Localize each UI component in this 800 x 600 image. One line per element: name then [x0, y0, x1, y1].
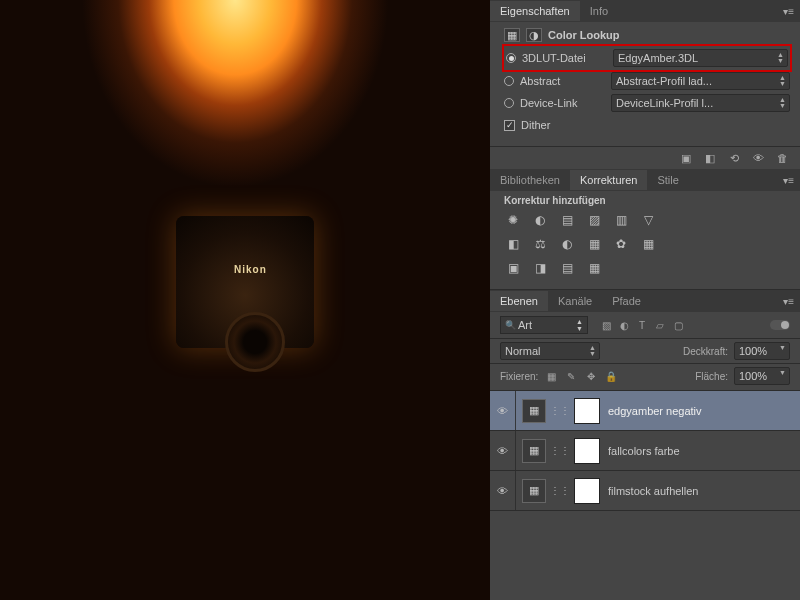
- adjustment-icon[interactable]: ◨: [531, 260, 549, 276]
- layer-filter-dropdown[interactable]: Art ▲▼: [500, 316, 588, 334]
- adjustment-icon[interactable]: ✿: [612, 236, 630, 252]
- chevron-updown-icon: ▲▼: [576, 318, 583, 332]
- adjustment-icon[interactable]: ▽: [639, 212, 657, 228]
- lock-label: Fixieren:: [500, 371, 538, 382]
- link-mask-icon[interactable]: ⋮⋮: [550, 405, 570, 416]
- chevron-down-icon: ▼: [779, 345, 786, 351]
- adjustment-icon[interactable]: ▤: [558, 260, 576, 276]
- layers-tabbar: Ebenen Kanäle Pfade ▾≡: [490, 290, 800, 312]
- visibility-toggle-icon[interactable]: 👁: [490, 391, 516, 430]
- layer-row[interactable]: 👁▦⋮⋮fallcolors farbe: [490, 431, 800, 471]
- tab-libraries[interactable]: Bibliotheken: [490, 170, 570, 190]
- layer-row[interactable]: 👁▦⋮⋮filmstock aufhellen: [490, 471, 800, 511]
- tab-info[interactable]: Info: [580, 1, 618, 21]
- adjustment-icon[interactable]: ▤: [558, 212, 576, 228]
- checkbox-dither[interactable]: [504, 120, 515, 131]
- reset-icon[interactable]: ⟲: [726, 151, 742, 165]
- mask-icon: ◑: [526, 28, 542, 42]
- adjustment-thumb-icon: ▦: [522, 479, 546, 503]
- filter-shape-icon[interactable]: ▱: [652, 320, 668, 331]
- dropdown-abstract-value: Abstract-Profil lad...: [616, 75, 712, 87]
- layer-name[interactable]: filmstock aufhellen: [608, 485, 699, 497]
- lock-all-icon[interactable]: 🔒: [604, 369, 618, 383]
- tab-paths[interactable]: Pfade: [602, 291, 651, 311]
- tab-properties[interactable]: Eigenschaften: [490, 1, 580, 21]
- layers-filter-row: Art ▲▼ ▧ ◐ T ▱ ▢: [490, 312, 800, 339]
- adjustment-icon[interactable]: ◧: [504, 236, 522, 252]
- adjustment-icon[interactable]: ▦: [585, 236, 603, 252]
- lock-position-icon[interactable]: ✥: [584, 369, 598, 383]
- filter-type-icon[interactable]: T: [634, 320, 650, 331]
- adjustment-icon[interactable]: ▦: [639, 236, 657, 252]
- layer-mask-thumb[interactable]: [574, 478, 600, 504]
- adjustment-icon[interactable]: ◐: [531, 212, 549, 228]
- blend-mode-dropdown[interactable]: Normal ▲▼: [500, 342, 600, 360]
- tab-layers[interactable]: Ebenen: [490, 291, 548, 311]
- trash-icon[interactable]: 🗑: [774, 151, 790, 165]
- image-canvas[interactable]: Nikon: [0, 0, 490, 600]
- opacity-label: Deckkraft:: [683, 346, 728, 357]
- properties-title: Color Lookup: [548, 29, 620, 41]
- tab-styles[interactable]: Stile: [647, 170, 688, 190]
- layer-filter-value: Art: [518, 319, 532, 331]
- dropdown-3dlut-file[interactable]: EdgyAmber.3DL ▲▼: [613, 49, 788, 67]
- visibility-toggle-icon[interactable]: 👁: [490, 431, 516, 470]
- lock-row: Fixieren: ▦ ✎ ✥ 🔒 Fläche: 100% ▼: [490, 364, 800, 391]
- layer-list: 👁▦⋮⋮edgyamber negativ👁▦⋮⋮fallcolors farb…: [490, 391, 800, 511]
- fill-input[interactable]: 100% ▼: [734, 367, 790, 385]
- chevron-updown-icon: ▲▼: [779, 75, 786, 87]
- visibility-toggle-icon[interactable]: 👁: [490, 471, 516, 510]
- adjustment-icon[interactable]: ▦: [585, 260, 603, 276]
- chevron-updown-icon: ▲▼: [779, 97, 786, 109]
- layer-name[interactable]: edgyamber negativ: [608, 405, 702, 417]
- opacity-input[interactable]: 100% ▼: [734, 342, 790, 360]
- adjustment-icon[interactable]: ▨: [585, 212, 603, 228]
- radio-devicelink[interactable]: [504, 98, 514, 108]
- dropdown-abstract[interactable]: Abstract-Profil lad... ▲▼: [611, 72, 790, 90]
- dropdown-devicelink[interactable]: DeviceLink-Profil l... ▲▼: [611, 94, 790, 112]
- filter-smart-icon[interactable]: ▢: [670, 320, 686, 331]
- dropdown-devicelink-value: DeviceLink-Profil l...: [616, 97, 713, 109]
- adjustment-icon[interactable]: ✺: [504, 212, 522, 228]
- lock-transparency-icon[interactable]: ▦: [544, 369, 558, 383]
- radio-abstract[interactable]: [504, 76, 514, 86]
- adjustment-thumb-icon: ▦: [522, 399, 546, 423]
- adjustment-icon[interactable]: ◐: [558, 236, 576, 252]
- properties-tabbar: Eigenschaften Info ▾≡: [490, 0, 800, 22]
- layer-filter-icons: ▧ ◐ T ▱ ▢: [598, 320, 686, 331]
- adjustment-icon[interactable]: ▣: [504, 260, 522, 276]
- adjustment-icon[interactable]: ⚖: [531, 236, 549, 252]
- layer-mask-thumb[interactable]: [574, 438, 600, 464]
- adjustment-row-2: ◧⚖◐▦✿▦: [490, 236, 800, 260]
- label-3dlut: 3DLUT-Datei: [522, 52, 607, 64]
- properties-section: ▦ ◑ Color Lookup 3DLUT-Datei EdgyAmber.3…: [490, 22, 800, 146]
- dropdown-3dlut-value: EdgyAmber.3DL: [618, 52, 698, 64]
- adjustment-thumb-icon: ▦: [522, 439, 546, 463]
- chevron-updown-icon: ▲▼: [589, 345, 596, 357]
- filter-toggle[interactable]: [770, 320, 790, 330]
- adjustment-row-1: ✺◐▤▨▥▽: [490, 212, 800, 236]
- panel-menu-icon[interactable]: ▾≡: [777, 4, 800, 19]
- layer-mask-thumb[interactable]: [574, 398, 600, 424]
- lock-pixels-icon[interactable]: ✎: [564, 369, 578, 383]
- adjustment-row-3: ▣◨▤▦: [490, 260, 800, 284]
- layer-row[interactable]: 👁▦⋮⋮edgyamber negativ: [490, 391, 800, 431]
- panel-menu-icon[interactable]: ▾≡: [777, 294, 800, 309]
- view-previous-icon[interactable]: ◧: [702, 151, 718, 165]
- clip-to-layer-icon[interactable]: ▣: [678, 151, 694, 165]
- properties-bottombar: ▣ ◧ ⟲ 👁 🗑: [490, 146, 800, 169]
- filter-pixel-icon[interactable]: ▧: [598, 320, 614, 331]
- fill-value: 100%: [739, 370, 767, 382]
- right-panels: Eigenschaften Info ▾≡ ▦ ◑ Color Lookup 3…: [490, 0, 800, 600]
- filter-adjust-icon[interactable]: ◐: [616, 320, 632, 331]
- adjustment-icon[interactable]: ▥: [612, 212, 630, 228]
- radio-3dlut[interactable]: [506, 53, 516, 63]
- tab-corrections[interactable]: Korrekturen: [570, 170, 647, 190]
- link-mask-icon[interactable]: ⋮⋮: [550, 445, 570, 456]
- tab-channels[interactable]: Kanäle: [548, 291, 602, 311]
- fill-label: Fläche:: [695, 371, 728, 382]
- panel-menu-icon[interactable]: ▾≡: [777, 173, 800, 188]
- layer-name[interactable]: fallcolors farbe: [608, 445, 680, 457]
- link-mask-icon[interactable]: ⋮⋮: [550, 485, 570, 496]
- visibility-icon[interactable]: 👁: [750, 151, 766, 165]
